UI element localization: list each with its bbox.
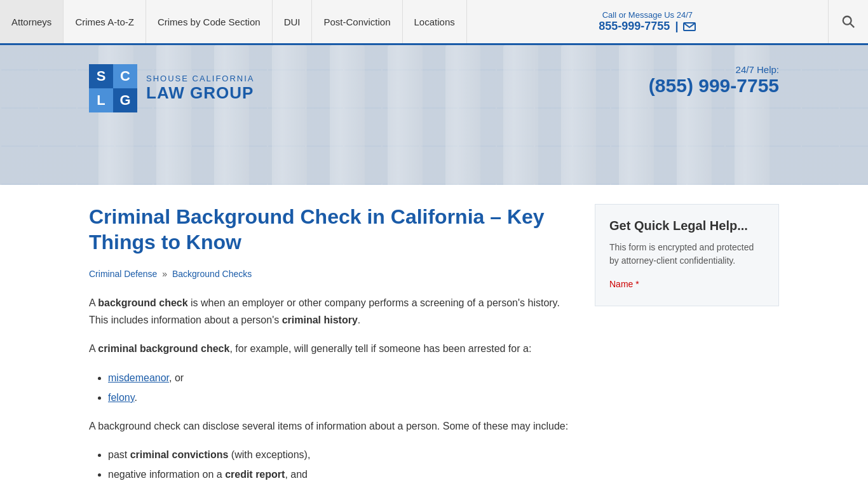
bold-criminal-history: criminal history <box>282 315 358 325</box>
logo-letter-g: G <box>113 88 137 112</box>
paragraph-2: A criminal background check, for example… <box>89 340 569 357</box>
main-nav: Attorneys Crimes A-to-Z Crimes by Code S… <box>0 0 868 45</box>
sidebar-name-label: Name * <box>609 279 764 289</box>
contact-phone-row: 855-999-7755 | <box>599 20 696 33</box>
bold-convictions: criminal convictions <box>130 449 229 460</box>
nav-item-dui[interactable]: DUI <box>273 0 313 43</box>
breadcrumb-separator: » <box>162 269 167 279</box>
paragraph-3: A background check can disclose several … <box>89 417 569 435</box>
bold-credit-report: credit report <box>225 469 285 480</box>
paragraph-1: A background check is when an employer o… <box>89 294 569 329</box>
bold-background-check: background check <box>98 297 187 308</box>
list-item-schools: schools that a person attended (and the … <box>108 486 569 489</box>
nav-item-crimes-az[interactable]: Crimes A-to-Z <box>64 0 146 43</box>
logo-area: S C L G SHOUSE CALIFORNIA LAW GROUP <box>89 64 255 112</box>
sidebar-description: This form is encrypted and protected by … <box>609 241 764 268</box>
list-arrest-types: misdemeanor, or felony. <box>89 369 569 406</box>
logo-text: SHOUSE CALIFORNIA LAW GROUP <box>146 74 255 104</box>
breadcrumb-criminal-defense[interactable]: Criminal Defense <box>89 269 157 279</box>
list-item-credit-report: negative information on a credit report,… <box>108 466 569 483</box>
contact-label: Call or Message Us 24/7 <box>602 10 693 20</box>
sidebar-box: Get Quick Legal Help... This form is enc… <box>595 204 779 306</box>
list-item-misdemeanor-suffix: , or <box>169 372 184 383</box>
logo-letter-s: S <box>89 64 113 88</box>
contact-phone[interactable]: 855-999-7755 <box>599 20 670 33</box>
svg-point-0 <box>843 17 851 25</box>
help-label: 24/7 Help: <box>649 64 779 75</box>
logo-letter-l: L <box>89 88 113 112</box>
sidebar: Get Quick Legal Help... This form is enc… <box>595 204 779 488</box>
nav-item-attorneys[interactable]: Attorneys <box>0 0 64 43</box>
link-misdemeanor[interactable]: misdemeanor <box>108 372 169 383</box>
breadcrumb-background-checks[interactable]: Background Checks <box>172 269 252 279</box>
link-felony[interactable]: felony <box>108 392 135 403</box>
help-box: 24/7 Help: (855) 999-7755 <box>649 64 779 97</box>
logo-box: S C L G <box>89 64 137 112</box>
nav-item-post-conviction[interactable]: Post-Conviction <box>312 0 402 43</box>
logo-letter-c: C <box>113 64 137 88</box>
nav-item-crimes-code[interactable]: Crimes by Code Section <box>146 0 273 43</box>
sidebar-title: Get Quick Legal Help... <box>609 219 764 233</box>
search-icon <box>841 15 855 29</box>
nav-item-locations[interactable]: Locations <box>403 0 467 43</box>
hero-left: S C L G SHOUSE CALIFORNIA LAW GROUP <box>89 64 255 125</box>
hero-section: S C L G SHOUSE CALIFORNIA LAW GROUP 24/7… <box>0 45 868 185</box>
required-asterisk: * <box>635 279 639 289</box>
list-item-convictions: past criminal convictions (with exceptio… <box>108 446 569 463</box>
pipe-separator: | <box>675 20 678 33</box>
bold-criminal-background-check: criminal background check <box>98 343 229 354</box>
search-button[interactable] <box>829 0 868 43</box>
logo-top-text: SHOUSE CALIFORNIA <box>146 74 255 84</box>
email-icon[interactable] <box>683 22 696 31</box>
help-phone[interactable]: (855) 999-7755 <box>649 75 779 97</box>
nav-contact: Call or Message Us 24/7 855-999-7755 | <box>467 0 829 43</box>
list-item-felony-suffix: . <box>135 392 137 403</box>
page-title: Criminal Background Check in California … <box>89 204 569 255</box>
content-area: Criminal Background Check in California … <box>89 204 569 488</box>
breadcrumb: Criminal Defense » Background Checks <box>89 269 569 279</box>
logo-bottom-text: LAW GROUP <box>146 83 255 103</box>
list-disclosures: past criminal convictions (with exceptio… <box>89 446 569 488</box>
main-wrapper: Criminal Background Check in California … <box>0 185 868 488</box>
svg-line-1 <box>850 24 854 27</box>
list-item-felony: felony. <box>108 389 569 406</box>
list-item-misdemeanor: misdemeanor, or <box>108 369 569 386</box>
